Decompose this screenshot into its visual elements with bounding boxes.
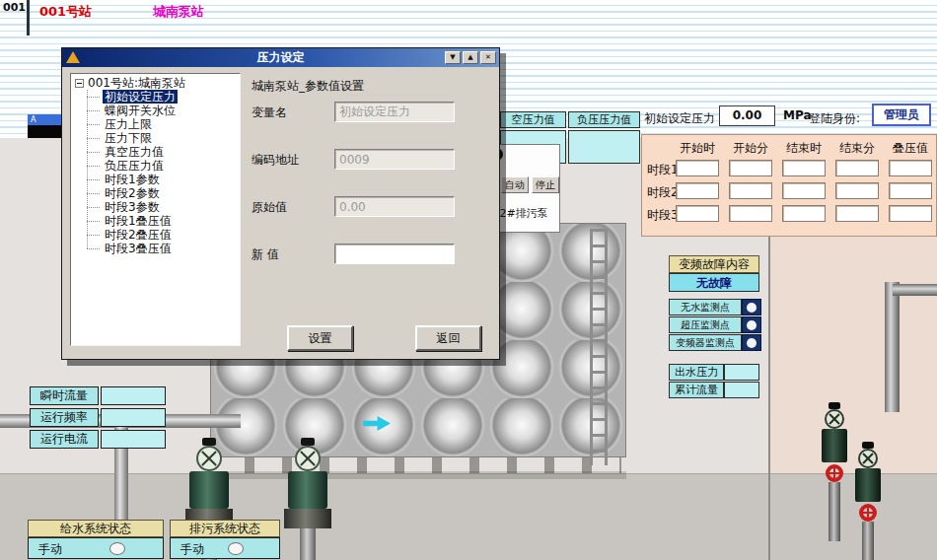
close-icon[interactable]: ✕	[480, 51, 496, 64]
variable-name-input	[334, 102, 455, 122]
tree-item-vacuum-pressure[interactable]: 真空压力值	[83, 145, 240, 159]
pump-fan-cover-icon	[825, 409, 844, 429]
negative-pressure-display	[568, 130, 640, 164]
pump-motor-body	[855, 468, 881, 502]
station-id-label: 001号站	[39, 3, 92, 21]
schedule-row	[676, 182, 932, 199]
code-address-label: 编码地址	[252, 152, 330, 169]
parameter-panel-title: 城南泵站_参数值设置	[252, 78, 364, 95]
schedule-row	[676, 160, 932, 176]
pump-stand-pipe	[862, 522, 874, 560]
supply-mode-label: 手动	[38, 541, 62, 558]
run-frequency-value	[101, 408, 166, 427]
schedule-cell	[889, 160, 932, 176]
fault-status-value: 无故障	[669, 273, 759, 292]
schedule-cell	[782, 205, 826, 222]
lamp-icon	[747, 320, 757, 330]
metric-row: 运行频率	[30, 408, 166, 427]
monitor-row: 无水监测点	[669, 299, 761, 315]
no-water-monitor-label: 无水监测点	[669, 299, 742, 315]
tree-item-period3-stack[interactable]: 时段3叠压值	[83, 242, 240, 255]
back-button[interactable]: 返回	[415, 325, 481, 351]
column-header: 结束分	[835, 140, 879, 157]
fault-content-header: 变频故障内容	[669, 255, 759, 273]
schedule-cell	[676, 205, 719, 222]
pump-fan-cover-icon	[858, 449, 878, 468]
partial-covered-button[interactable]: A	[28, 114, 62, 125]
new-value-label: 新 值	[252, 246, 330, 263]
tree-item-pressure-lower[interactable]: 压力下限	[83, 131, 240, 145]
schedule-cell	[676, 160, 719, 176]
outlet-pressure-label: 出水压力	[669, 364, 724, 381]
schedule-row	[676, 205, 932, 222]
valve-handwheel-icon	[826, 464, 843, 482]
schedule-cell	[729, 205, 772, 222]
pump-base	[284, 509, 331, 528]
variable-name-label: 变量名	[252, 105, 330, 121]
maximize-icon[interactable]: ▲	[463, 51, 478, 64]
minimize-icon[interactable]: ▼	[445, 51, 461, 64]
instant-flow-value	[101, 386, 166, 405]
window-buttons: ▼ ▲ ✕	[445, 51, 496, 64]
dialog-titlebar[interactable]: 压力设定 ▼ ▲ ✕	[62, 48, 499, 67]
inverter-monitor-label: 变频器监测点	[669, 334, 742, 351]
pump-stand-pipe	[829, 482, 840, 541]
metric-row: 运行电流	[30, 430, 166, 449]
pump-motor-body	[822, 429, 847, 462]
schedule-cell	[835, 205, 879, 222]
supply-pump-2	[284, 438, 331, 560]
output-row: 累计流量	[669, 382, 759, 398]
tree-item-period3-param[interactable]: 时段3参数	[83, 200, 240, 214]
tree-root-label: 001号站:城南泵站	[88, 75, 185, 92]
pump-cap	[829, 402, 840, 409]
original-value-label: 原始值	[252, 199, 330, 216]
initial-pressure-value: 0.00	[719, 105, 775, 126]
tree-item-period1-param[interactable]: 时段1参数	[83, 173, 240, 186]
tree-item-period2-param[interactable]: 时段2参数	[83, 186, 240, 200]
login-identity-value: 管理员	[872, 104, 931, 126]
new-value-input[interactable]	[334, 244, 455, 264]
monitor-row: 变频器监测点	[669, 334, 761, 351]
output-row: 出水压力	[669, 364, 759, 381]
lamp-icon	[747, 338, 757, 348]
instant-flow-label: 瞬时流量	[30, 386, 99, 405]
lamp-icon	[747, 303, 757, 313]
schedule-cell	[729, 182, 772, 199]
set-button[interactable]: 设置	[287, 325, 353, 351]
stop-button[interactable]: 停止	[532, 176, 559, 193]
code-address-input	[334, 149, 455, 170]
supply-system-status-header: 给水系统状态	[28, 520, 164, 537]
drain-system-status-header: 排污系统状态	[170, 520, 280, 537]
row-label: 时段2	[647, 184, 679, 201]
initial-pressure-label: 初始设定压力	[644, 110, 715, 127]
divider-bar	[27, 0, 30, 35]
parameter-tree[interactable]: 001号站:城南泵站 初始设定压力 蝶阀开关水位 压力上限 压力下限 真空压力值…	[70, 73, 241, 346]
app-icon	[66, 51, 80, 63]
column-header: 结束时	[782, 140, 826, 157]
run-frequency-label: 运行频率	[30, 408, 99, 427]
corner-label: 001	[3, 1, 26, 14]
run-current-label: 运行电流	[30, 430, 99, 449]
total-flow-label: 累计流量	[669, 382, 724, 398]
pressure-setting-dialog: 压力设定 ▼ ▲ ✕ 001号站:城南泵站 初始设定压力 蝶阀开关水位 压力上限…	[61, 47, 500, 360]
tree-item-valve-level[interactable]: 蝶阀开关水位	[83, 104, 240, 117]
dialog-title: 压力设定	[62, 48, 499, 67]
column-header: 开始分	[729, 140, 772, 157]
indicator-light	[742, 299, 761, 315]
tree-item-period1-stack[interactable]: 时段1叠压值	[83, 214, 240, 228]
tree-collapse-icon[interactable]	[75, 79, 84, 88]
tree-item-negative-pressure[interactable]: 负压压力值	[83, 159, 240, 173]
station-name-label: 城南泵站	[153, 3, 204, 21]
tree-item-pressure-upper[interactable]: 压力上限	[83, 117, 240, 131]
tree-item-initial-pressure[interactable]: 初始设定压力	[83, 90, 240, 104]
schedule-cell	[889, 205, 932, 222]
auto-button[interactable]: 自动	[501, 176, 529, 193]
row-label: 时段1	[647, 162, 679, 178]
tree-root-node[interactable]: 001号站:城南泵站	[71, 74, 240, 90]
tree-item-period2-stack[interactable]: 时段2叠压值	[83, 228, 240, 242]
indicator-light	[742, 334, 761, 351]
schedule-cell	[782, 182, 826, 199]
schedule-cell	[729, 160, 772, 176]
pump-cap	[862, 442, 874, 449]
drain-mode-lamp-icon	[228, 542, 244, 555]
